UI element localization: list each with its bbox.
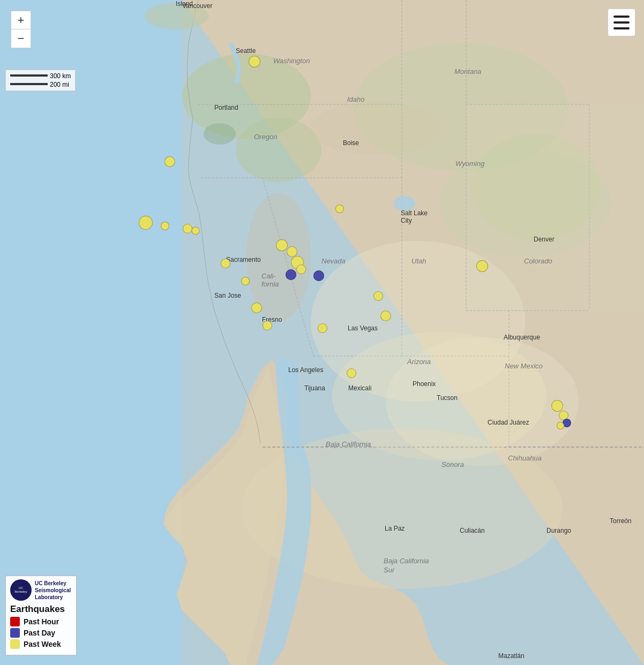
legend-item-day: Past Day [10,628,71,638]
earthquake-dot[interactable] [241,277,250,285]
ucb-logo-text: UC Berkeley Seismological Laboratory [35,580,71,601]
earthquake-dot[interactable] [249,56,260,67]
legend-label-week: Past Week [24,640,61,648]
earthquake-dot[interactable] [347,368,356,378]
earthquake-dot[interactable] [183,224,192,233]
earthquake-dot[interactable] [551,400,563,412]
legend-item-week: Past Week [10,639,71,649]
legend-swatch-day [10,628,20,638]
zoom-in-button[interactable]: + [11,11,31,29]
earthquake-dot[interactable] [557,422,564,429]
earthquake-dot[interactable] [380,311,391,321]
map-container: Seattle Portland Sacramento San Jose Fre… [0,0,644,665]
earthquake-dot[interactable] [335,205,344,213]
svg-point-23 [394,196,415,211]
earthquake-dot[interactable] [313,270,324,281]
earthquake-dot[interactable] [221,259,230,268]
scale-line-km [10,74,48,77]
ucb-logo: UCBerkeley UC Berkeley Seismological Lab… [10,579,71,601]
zoom-controls[interactable]: + − [11,11,31,48]
legend: UCBerkeley UC Berkeley Seismological Lab… [5,576,77,655]
earthquake-dot[interactable] [318,323,327,333]
svg-point-28 [471,134,600,241]
scale-km-label: 300 km [50,72,71,80]
menu-button[interactable] [608,9,635,36]
svg-point-25 [311,102,439,155]
svg-point-27 [332,332,546,460]
legend-label-hour: Past Hour [24,617,59,626]
menu-line-1 [613,16,630,18]
earthquake-dot[interactable] [251,303,262,313]
legend-title: Earthquakes [10,604,71,615]
earthquake-dot[interactable] [192,227,200,235]
earthquake-dot[interactable] [161,222,169,230]
svg-point-3 [236,118,321,182]
svg-point-24 [204,123,236,145]
legend-label-day: Past Day [24,629,55,637]
menu-line-3 [613,27,630,29]
earthquake-dot[interactable] [263,321,272,330]
legend-swatch-hour [10,617,20,626]
legend-swatch-week [10,639,20,649]
scale-line-mi [10,83,48,85]
earthquake-dot[interactable] [164,156,175,167]
earthquake-dot[interactable] [476,260,488,272]
earthquake-dot[interactable] [373,291,383,301]
legend-item-hour: Past Hour [10,617,71,626]
earthquake-dot[interactable] [139,216,153,230]
svg-point-29 [145,3,209,29]
earthquake-dot[interactable] [296,265,306,274]
scale-mi-label: 200 mi [50,81,69,88]
earthquake-dot[interactable] [287,246,297,257]
earthquake-dot[interactable] [286,269,296,280]
ucb-logo-circle: UCBerkeley [10,579,32,601]
zoom-out-button[interactable]: − [11,29,31,48]
menu-line-2 [613,21,630,24]
scale-bar: 300 km 200 mi [5,70,76,91]
earthquake-dot[interactable] [276,239,288,251]
